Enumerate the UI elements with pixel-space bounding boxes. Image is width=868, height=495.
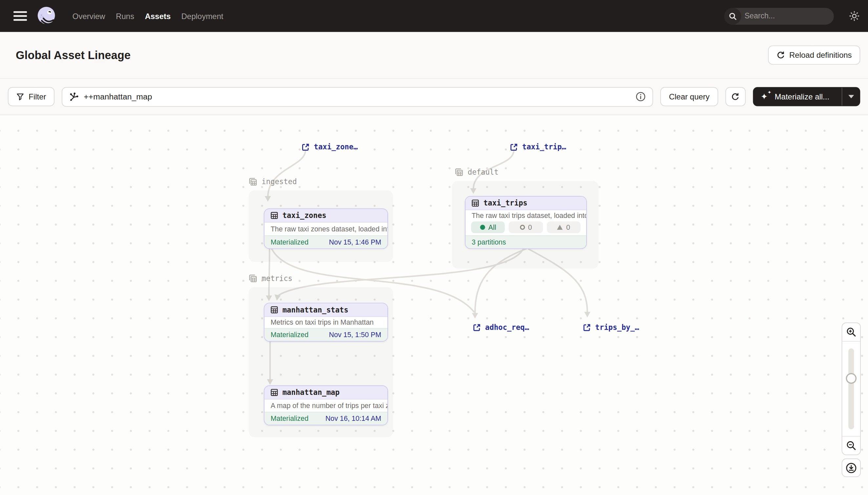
nav-overview[interactable]: Overview xyxy=(72,12,105,20)
failed-triangle-icon xyxy=(557,225,563,230)
asset-node-manhattan-stats[interactable]: manhattan_stats Metrics on taxi trips in… xyxy=(264,303,388,342)
missing-ring-icon xyxy=(520,225,525,230)
funnel-icon xyxy=(16,92,24,100)
external-link-icon xyxy=(510,143,518,151)
status-badge: Materialized xyxy=(271,238,308,246)
status-badge: Materialized xyxy=(271,331,308,339)
asset-selection-input[interactable] xyxy=(62,87,653,106)
zoom-slider-thumb[interactable] xyxy=(846,373,857,384)
success-dot-icon xyxy=(480,225,485,230)
asset-node-taxi-trips[interactable]: taxi_trips The raw taxi trips dataset, l… xyxy=(465,196,587,249)
zoom-in-button[interactable] xyxy=(842,323,860,341)
materialization-timestamp[interactable]: Nov 16, 10:14 AM xyxy=(325,414,381,423)
refresh-icon xyxy=(731,92,740,101)
zoom-controls xyxy=(842,322,861,455)
download-image-button[interactable] xyxy=(842,459,861,477)
global-search[interactable]: / xyxy=(724,7,834,24)
download-icon xyxy=(846,462,857,473)
partitions-missing-badge[interactable]: 0 xyxy=(509,221,543,233)
partition-count[interactable]: 3 partitions xyxy=(472,238,506,246)
group-label-default[interactable]: default xyxy=(455,168,498,176)
table-icon xyxy=(271,306,278,313)
status-badge: Materialized xyxy=(271,414,308,423)
group-label-ingested[interactable]: ingested xyxy=(249,177,297,186)
group-table-icon xyxy=(249,177,257,186)
search-input[interactable] xyxy=(741,12,834,20)
external-asset-taxi-zone[interactable]: taxi_zone… xyxy=(301,143,358,151)
table-icon xyxy=(472,200,479,207)
table-icon xyxy=(271,212,278,219)
settings-gear-icon[interactable] xyxy=(848,10,860,22)
external-asset-trips-by[interactable]: trips_by_… xyxy=(583,323,639,331)
asset-description: A map of the number of trips per taxi z.… xyxy=(264,399,387,412)
asset-name: taxi_zones xyxy=(282,211,326,220)
main-nav: Overview Runs Assets Deployment xyxy=(72,12,224,20)
asset-name: manhattan_stats xyxy=(282,306,348,314)
clear-query-button[interactable]: Clear query xyxy=(661,87,718,106)
materialize-all-button[interactable]: ✦✦ Materialize all... xyxy=(753,87,860,106)
page-header: Global Asset Lineage Reload definitions xyxy=(0,32,868,79)
lineage-canvas[interactable]: ingested default metrics taxi_zo xyxy=(0,115,868,495)
group-label-metrics[interactable]: metrics xyxy=(249,274,292,283)
external-link-icon xyxy=(301,143,309,151)
hamburger-menu-icon[interactable] xyxy=(14,11,27,21)
asset-name: manhattan_map xyxy=(282,388,339,397)
nav-runs[interactable]: Runs xyxy=(116,12,134,20)
filter-button[interactable]: Filter xyxy=(8,87,54,106)
search-icon xyxy=(724,7,741,24)
partition-badges: All 0 0 xyxy=(465,221,586,235)
zoom-slider-track xyxy=(848,348,854,429)
materialize-dropdown-caret[interactable] xyxy=(842,88,860,106)
graph-selector-icon xyxy=(69,92,79,101)
reload-icon xyxy=(777,51,785,59)
app-window: Overview Runs Assets Deployment / Globa xyxy=(0,0,868,495)
external-link-icon xyxy=(473,323,481,331)
top-nav-bar: Overview Runs Assets Deployment / xyxy=(0,0,868,32)
refresh-button[interactable] xyxy=(725,87,746,106)
nav-deployment[interactable]: Deployment xyxy=(181,12,224,20)
asset-name: taxi_trips xyxy=(483,199,528,207)
partitions-all-badge[interactable]: All xyxy=(471,221,505,233)
reload-definitions-button[interactable]: Reload definitions xyxy=(768,46,860,65)
group-table-icon xyxy=(249,274,257,283)
nav-assets[interactable]: Assets xyxy=(145,12,171,20)
asset-description: Metrics on taxi trips in Manhattan xyxy=(264,317,387,328)
lineage-edges xyxy=(0,115,868,495)
zoom-out-button[interactable] xyxy=(842,437,860,455)
dagster-logo[interactable] xyxy=(36,5,57,26)
info-icon[interactable] xyxy=(636,91,646,102)
lineage-toolbar: Filter Clear query xyxy=(0,79,868,115)
external-link-icon xyxy=(583,323,591,331)
zoom-in-icon xyxy=(846,327,856,337)
external-asset-adhoc-req[interactable]: adhoc_req… xyxy=(473,323,529,331)
sparkles-icon: ✦✦ xyxy=(761,92,770,101)
asset-description: The raw taxi zones dataset, loaded int..… xyxy=(264,223,387,235)
asset-node-manhattan-map[interactable]: manhattan_map A map of the number of tri… xyxy=(264,386,388,425)
materialization-timestamp[interactable]: Nov 15, 1:50 PM xyxy=(329,331,381,339)
topbar-right: / xyxy=(724,7,860,24)
table-icon xyxy=(271,389,278,396)
zoom-slider[interactable] xyxy=(842,341,860,437)
asset-node-taxi-zones[interactable]: taxi_zones The raw taxi zones dataset, l… xyxy=(264,208,388,249)
group-table-icon xyxy=(455,168,463,176)
partitions-failed-badge[interactable]: 0 xyxy=(547,221,581,233)
chevron-down-icon xyxy=(848,95,854,98)
materialization-timestamp[interactable]: Nov 15, 1:46 PM xyxy=(329,238,381,246)
asset-description: The raw taxi trips dataset, loaded into … xyxy=(465,210,586,221)
zoom-out-icon xyxy=(846,441,856,451)
page-title: Global Asset Lineage xyxy=(16,49,130,62)
external-asset-taxi-trip[interactable]: taxi_trip… xyxy=(510,143,566,151)
asset-query-input[interactable] xyxy=(84,92,631,101)
